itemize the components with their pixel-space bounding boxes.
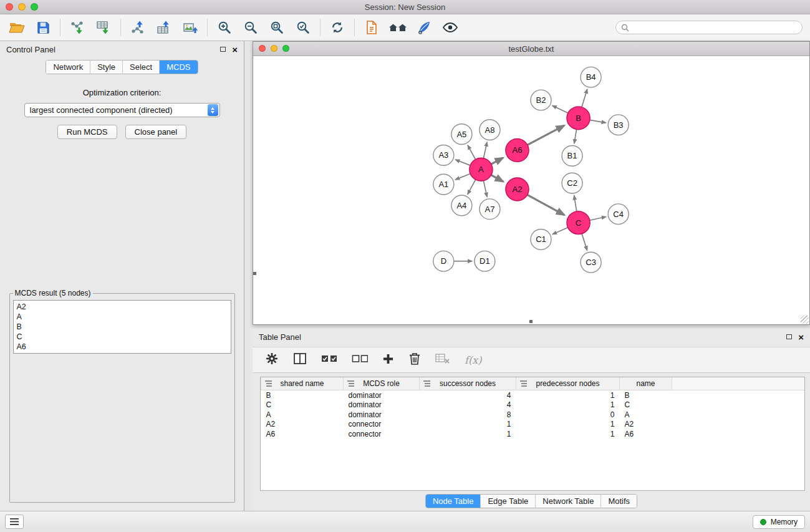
search-field[interactable] xyxy=(615,21,803,34)
window-titlebar: Session: New Session xyxy=(0,0,810,14)
column-header-mcds-role[interactable]: MCDS role xyxy=(344,377,420,390)
close-panel-icon[interactable]: × xyxy=(232,45,238,54)
graph-edge-A-A7[interactable] xyxy=(483,181,487,197)
table-row[interactable]: C dominator 4 1 C xyxy=(261,400,805,410)
tab-network[interactable]: Network xyxy=(46,60,90,74)
minimize-network-icon[interactable] xyxy=(271,45,277,52)
network-graph[interactable]: B4B2BB3A5A8A6B1A3AC2A1A2A4A7CC4C1C3DD1 xyxy=(253,56,809,324)
add-column-button[interactable] xyxy=(382,353,394,367)
graph-edge-C-C1[interactable] xyxy=(552,228,568,235)
graph-edge-C-C2[interactable] xyxy=(574,195,577,211)
run-mcds-button[interactable]: Run MCDS xyxy=(57,125,117,139)
graph-edge-A-A5[interactable] xyxy=(468,145,476,160)
deselect-all-button[interactable] xyxy=(352,354,368,366)
graph-edge-A-A1[interactable] xyxy=(455,174,470,180)
network-view-window: testGlobe.txt B4B2BB3A5A8A6B1A3AC2A1A2A4… xyxy=(253,41,810,325)
column-header-name[interactable]: name xyxy=(620,377,672,390)
network-canvas[interactable]: B4B2BB3A5A8A6B1A3AC2A1A2A4A7CC4C1C3DD1 xyxy=(253,56,809,324)
task-history-button[interactable] xyxy=(5,515,24,529)
table-settings-button[interactable] xyxy=(265,352,279,368)
zoom-in-button[interactable] xyxy=(211,16,238,39)
import-network-button[interactable] xyxy=(64,16,90,39)
zoom-selected-button[interactable] xyxy=(290,16,316,39)
tab-edge-table[interactable]: Edge Table xyxy=(481,495,536,508)
float-panel-icon[interactable] xyxy=(220,47,226,52)
zoom-out-button[interactable] xyxy=(238,16,264,39)
result-item[interactable]: A2 xyxy=(17,302,228,312)
export-image-button[interactable] xyxy=(177,16,203,39)
column-icon xyxy=(265,380,272,387)
table-row[interactable]: A dominator 8 0 A xyxy=(261,410,805,420)
graph-edge-C-C4[interactable] xyxy=(590,217,606,221)
graph-edge-A-A2[interactable] xyxy=(491,175,503,182)
close-panel-button[interactable]: Close panel xyxy=(125,125,187,139)
function-builder-button[interactable]: f(x) xyxy=(465,354,481,366)
graph-edge-A-A4[interactable] xyxy=(468,180,476,195)
open-session-button[interactable] xyxy=(4,16,30,39)
search-input[interactable] xyxy=(632,22,797,32)
export-table-button[interactable] xyxy=(151,16,177,39)
result-item[interactable]: A6 xyxy=(17,342,228,352)
network-window-titlebar[interactable]: testGlobe.txt xyxy=(253,42,809,56)
graph-edge-B-B4[interactable] xyxy=(582,89,587,107)
session-file-button[interactable] xyxy=(359,16,385,39)
resize-grip[interactable] xyxy=(801,316,809,324)
table-row[interactable]: B dominator 4 1 B xyxy=(261,390,805,400)
graph-edge-B-B2[interactable] xyxy=(552,105,568,113)
graph-edge-A-A3[interactable] xyxy=(455,160,470,165)
zoom-network-icon[interactable] xyxy=(282,45,289,52)
apply-layout-button[interactable] xyxy=(324,16,350,39)
delete-table-button[interactable] xyxy=(435,353,450,367)
home-views-button[interactable] xyxy=(385,16,411,39)
tab-mcds[interactable]: MCDS xyxy=(160,60,197,74)
tab-network-table[interactable]: Network Table xyxy=(536,495,601,508)
result-item[interactable]: C xyxy=(17,332,228,342)
close-window-icon[interactable] xyxy=(6,3,13,11)
table-row[interactable]: A2 connector 1 1 A2 xyxy=(261,420,805,430)
graph-node-label: B3 xyxy=(614,120,624,130)
select-all-button[interactable] xyxy=(321,354,337,366)
graph-edge-A-A6[interactable] xyxy=(491,158,503,164)
zoom-window-icon[interactable] xyxy=(31,3,38,11)
graph-node-label: A6 xyxy=(513,145,523,155)
memory-button[interactable]: Memory xyxy=(753,515,805,529)
network-traffic-lights xyxy=(259,45,289,52)
close-panel-icon[interactable]: × xyxy=(798,332,804,342)
optimization-criterion-select[interactable]: largest connected component (directed) xyxy=(24,103,220,117)
column-header-successor-nodes[interactable]: successor nodes xyxy=(420,377,516,390)
node-table-container[interactable]: shared name MCDS role successor nodes xyxy=(260,377,805,491)
export-network-button[interactable] xyxy=(125,16,151,39)
select-all-icon xyxy=(321,354,337,364)
graph-edge-B-B1[interactable] xyxy=(574,129,577,143)
table-toolbar: f(x) xyxy=(253,347,810,373)
tab-select[interactable]: Select xyxy=(123,60,160,74)
column-header-predecessor-nodes[interactable]: predecessor nodes xyxy=(516,377,620,390)
tab-node-table[interactable]: Node Table xyxy=(426,495,481,508)
graph-node-label: C2 xyxy=(567,178,577,188)
memory-status-icon xyxy=(760,519,766,525)
tab-motifs[interactable]: Motifs xyxy=(601,495,637,508)
mcds-result-group: MCDS result (5 nodes) A2 A B C A6 xyxy=(9,289,235,503)
mcds-result-title: MCDS result (5 nodes) xyxy=(13,289,93,297)
graph-edge-C-C3[interactable] xyxy=(582,234,587,251)
close-network-icon[interactable] xyxy=(259,45,266,52)
show-hide-button[interactable] xyxy=(437,16,463,39)
table-row[interactable]: A6 connector 1 1 A6 xyxy=(261,429,805,439)
mcds-result-list[interactable]: A2 A B C A6 xyxy=(13,300,231,354)
minimize-window-icon[interactable] xyxy=(18,3,26,11)
annotation-button[interactable] xyxy=(411,16,437,39)
column-header-shared-name[interactable]: shared name xyxy=(261,377,344,390)
save-session-button[interactable] xyxy=(30,16,56,39)
show-columns-button[interactable] xyxy=(293,352,307,367)
result-item[interactable]: A xyxy=(17,312,228,322)
result-item[interactable]: B xyxy=(17,322,228,332)
graph-edge-A-A8[interactable] xyxy=(483,142,487,158)
graph-edge-A2-C[interactable] xyxy=(528,195,564,215)
graph-edge-B-B3[interactable] xyxy=(590,120,606,122)
delete-column-button[interactable] xyxy=(408,352,421,368)
float-panel-icon[interactable] xyxy=(786,334,792,339)
import-table-button[interactable] xyxy=(90,16,117,39)
zoom-fit-button[interactable] xyxy=(264,16,290,39)
tab-style[interactable]: Style xyxy=(90,60,123,74)
graph-edge-A6-B[interactable] xyxy=(528,125,564,145)
